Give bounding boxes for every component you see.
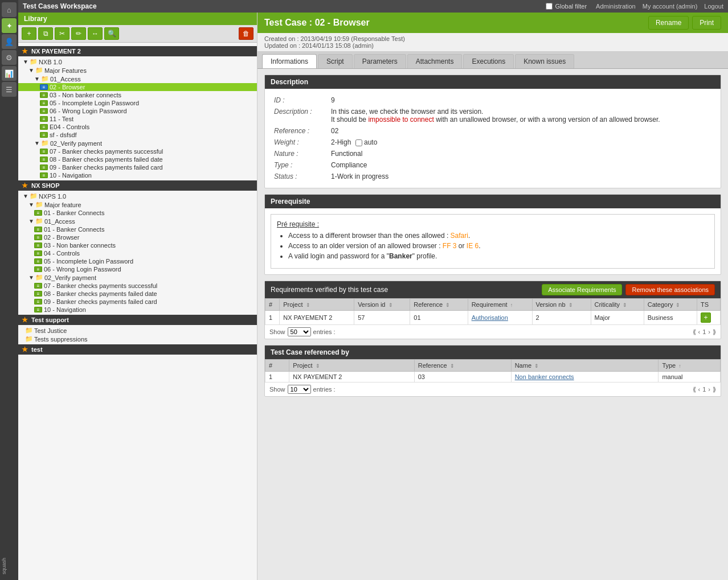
ts-button[interactable]: + bbox=[701, 312, 711, 323]
tree-item-shop-browser[interactable]: ≡ 02 - Browser bbox=[18, 233, 257, 241]
desc-label-reference: Reference : bbox=[271, 125, 328, 137]
tree-item-02-verify-shop[interactable]: ▼ 📁 02_Verify payment bbox=[18, 273, 257, 282]
tree-item-tests-suppressions[interactable]: 📁 Tests suppressions bbox=[18, 335, 257, 343]
item-icon: ≡ bbox=[40, 157, 48, 162]
my-account-link[interactable]: My account (admin) bbox=[643, 3, 698, 10]
col-hash: # bbox=[265, 360, 289, 372]
expand-icon: ▼ bbox=[28, 201, 34, 208]
tree-item-shop-09[interactable]: ≡ 09 - Banker checks payments failed car… bbox=[18, 298, 257, 306]
tree-item-major-features[interactable]: ▼ 📁 Major Features bbox=[18, 66, 257, 75]
first-page[interactable]: ⟪ bbox=[693, 328, 696, 336]
sidebar-icon-tool[interactable]: ⚙ bbox=[2, 50, 17, 65]
tree-item-01-access-shop[interactable]: ▼ 📁 01_Access bbox=[18, 217, 257, 225]
show-select[interactable]: 10 25 50 100 bbox=[288, 385, 311, 394]
show-select[interactable]: 50 10 25 100 bbox=[288, 327, 311, 336]
tree-item-01-access[interactable]: ▼ 📁 01_Access bbox=[18, 75, 257, 83]
sidebar-icon-settings[interactable]: ☰ bbox=[2, 82, 17, 97]
col-criticality: Criticality ⇕ bbox=[591, 299, 644, 311]
authorisation-link[interactable]: Authorisation bbox=[472, 314, 508, 321]
tree-item-shop-08[interactable]: ≡ 08 - Banker checks payments failed dat… bbox=[18, 290, 257, 298]
sidebar-icon-active[interactable]: ✦ bbox=[2, 18, 17, 33]
tree-label: 08 - Banker checks payments failed date bbox=[44, 290, 157, 297]
item-icon: ≡ bbox=[40, 92, 48, 98]
tree-item-test-justice[interactable]: 📁 Test Justice bbox=[18, 326, 257, 335]
current-page: 1 bbox=[702, 328, 706, 335]
tree-item-11-test[interactable]: ≡ 11 - Test bbox=[18, 115, 257, 123]
tree-item-08[interactable]: ≡ 08 - Banker checks payments failed dat… bbox=[18, 155, 257, 163]
administration-link[interactable]: Administration bbox=[596, 3, 636, 10]
prev-page[interactable]: ‹ bbox=[698, 328, 701, 335]
cut-button[interactable]: ✂ bbox=[55, 27, 69, 40]
tree-label: 03 - Non banker connects bbox=[44, 242, 116, 249]
auto-checkbox[interactable] bbox=[355, 139, 362, 146]
last-page[interactable]: ⟫ bbox=[713, 328, 716, 336]
remove-associations-button[interactable]: Remove these associations bbox=[625, 284, 715, 295]
sidebar-icon-chart[interactable]: 📊 bbox=[2, 66, 17, 81]
print-button[interactable]: Print bbox=[692, 16, 721, 30]
tree-item-shop-non-banker[interactable]: ≡ 03 - Non banker connects bbox=[18, 241, 257, 249]
prev-page[interactable]: ‹ bbox=[698, 386, 701, 393]
move-button[interactable]: ↔ bbox=[88, 27, 103, 40]
expand-icon: ▼ bbox=[34, 140, 40, 146]
tree-item-02-browser[interactable]: ≡ 02 - Browser bbox=[18, 83, 257, 91]
tree-item-shop-01-banker[interactable]: ≡ 01 - Banker Connects bbox=[18, 209, 257, 217]
tab-script[interactable]: Script bbox=[318, 54, 353, 68]
next-page[interactable]: › bbox=[708, 328, 710, 335]
tree-item-e04-controls[interactable]: ≡ E04 - Controls bbox=[18, 123, 257, 131]
next-page[interactable]: › bbox=[708, 386, 710, 393]
prereq-item-3: A valid login and password for a "Banker… bbox=[288, 252, 709, 260]
requirements-section: Requirements verified by this test case … bbox=[264, 281, 721, 339]
tree-item-shop-banker-connects[interactable]: ≡ 01 - Banker Connects bbox=[18, 225, 257, 233]
add-button[interactable]: + bbox=[22, 27, 36, 40]
project-header-test[interactable]: ★ test bbox=[18, 344, 257, 355]
ref-name: Non banker connects bbox=[511, 372, 659, 382]
tree-item-06-wrong[interactable]: ≡ 06 - Wrong Login Password bbox=[18, 107, 257, 115]
associate-requirements-button[interactable]: Associate Requirements bbox=[542, 284, 622, 295]
tree-item-10[interactable]: ≡ 10 - Navigation bbox=[18, 171, 257, 179]
tree-label: 08 - Banker checks payments failed date bbox=[50, 156, 163, 163]
tab-known-issues[interactable]: Known issues bbox=[515, 54, 574, 68]
expand-icon: ▼ bbox=[28, 274, 34, 281]
project-header-nx-payement-2[interactable]: ★ NX PAYEMENT 2 bbox=[18, 46, 257, 56]
requirements-buttons: Associate Requirements Remove these asso… bbox=[542, 284, 715, 295]
tree-item-09[interactable]: ≡ 09 - Banker checks payments failed car… bbox=[18, 163, 257, 171]
project-header-nx-shop[interactable]: ★ NX SHOP bbox=[18, 180, 257, 191]
edit-button[interactable]: ✏ bbox=[71, 27, 86, 40]
tree-item-07[interactable]: ≡ 07 - Banker checks payments successful bbox=[18, 147, 257, 155]
tab-parameters[interactable]: Parameters bbox=[354, 54, 406, 68]
tree-item-nxb1[interactable]: ▼ 📁 NXB 1.0 bbox=[18, 57, 257, 66]
tree-item-major-feature-shop[interactable]: ▼ 📁 Major feature bbox=[18, 200, 257, 209]
col-project: Project ⇕ bbox=[289, 360, 414, 372]
requirements-header: Requirements verified by this test case … bbox=[265, 281, 721, 298]
tree-item-shop-incomplete[interactable]: ≡ 05 - Incomplete Login Password bbox=[18, 257, 257, 265]
non-banker-connects-link[interactable]: Non banker connects bbox=[515, 373, 574, 380]
first-page[interactable]: ⟪ bbox=[693, 386, 696, 393]
sort-arrow: ⇕ bbox=[623, 302, 627, 308]
tree-item-02-verify[interactable]: ▼ 📁 02_Verify payment bbox=[18, 139, 257, 147]
tree-item-05-incomplete[interactable]: ≡ 05 - Incomplete Login Password bbox=[18, 99, 257, 107]
sidebar-icon-home[interactable]: ⌂ bbox=[2, 2, 17, 17]
folder-icon: 📁 bbox=[35, 274, 43, 281]
referenced-by-table: # Project ⇕ Reference ⇕ Name ⇕ Type ↑ 1 bbox=[265, 359, 721, 382]
sidebar-icon-user[interactable]: 👤 bbox=[2, 34, 17, 49]
project-header-test-support[interactable]: ★ Test support bbox=[18, 315, 257, 325]
tab-attachments[interactable]: Attachments bbox=[407, 54, 463, 68]
last-page[interactable]: ⟫ bbox=[713, 386, 716, 393]
tree-item-03-non-banker[interactable]: ≡ 03 - Non banker connects bbox=[18, 91, 257, 99]
prerequisite-box: Pré requisite : Access to a different br… bbox=[271, 214, 715, 269]
tree-item-nxps1[interactable]: ▼ 📁 NXPS 1.0 bbox=[18, 192, 257, 200]
tree-item-shop-controls[interactable]: ≡ 04 - Controls bbox=[18, 249, 257, 257]
logout-link[interactable]: Logout bbox=[704, 3, 723, 10]
tree-item-shop-wrong[interactable]: ≡ 06 - Wrong Login Password bbox=[18, 265, 257, 273]
delete-button[interactable]: 🗑 bbox=[239, 27, 253, 40]
search-button[interactable]: 🔍 bbox=[104, 27, 119, 40]
rename-button[interactable]: Rename bbox=[648, 16, 689, 30]
tab-executions[interactable]: Executions bbox=[463, 54, 514, 68]
copy-button[interactable]: ⧉ bbox=[38, 27, 53, 40]
sort-arrow: ⇕ bbox=[388, 302, 393, 308]
tab-informations[interactable]: Informations bbox=[262, 54, 317, 68]
global-filter-checkbox[interactable] bbox=[546, 3, 553, 10]
tree-item-sf-dsfsdf[interactable]: ≡ sf - dsfsdf bbox=[18, 131, 257, 139]
tree-item-shop-07[interactable]: ≡ 07 - Banker checks payments successful bbox=[18, 282, 257, 290]
tree-item-shop-10[interactable]: ≡ 10 - Navigation bbox=[18, 306, 257, 314]
